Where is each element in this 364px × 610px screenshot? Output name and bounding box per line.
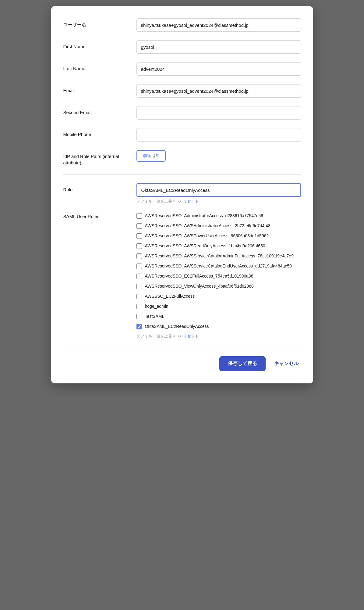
- saml-role-item: AWSReservedSSO_AWSServiceCatalogAdminFul…: [136, 253, 301, 259]
- email-control: [136, 84, 301, 98]
- saml-role-item: AWSReservedSSO_EC2FullAccess_754ea5d1019…: [136, 273, 301, 279]
- cancel-button[interactable]: キャンセル: [272, 356, 301, 371]
- saml-role-checkbox-5[interactable]: [136, 253, 142, 259]
- idp-role-control: 別途追加: [136, 150, 301, 162]
- saml-role-checkbox-4[interactable]: [136, 243, 142, 249]
- saml-roles-label: SAML User Roles: [63, 213, 136, 219]
- saml-role-item: AWSReservedSSO_ViewOnlyAccess_4baaf06f51…: [136, 283, 301, 289]
- saml-role-item: AWSReservedSSO_AWSReadOnlyAccess_1bc4bd9…: [136, 243, 301, 249]
- divider: [63, 174, 301, 175]
- username-label: ユーザー名: [63, 18, 136, 28]
- saml-role-label-6: AWSReservedSSO_AWSServiceCatalogEndUserA…: [145, 263, 292, 269]
- saml-role-label-4: AWSReservedSSO_AWSReadOnlyAccess_1bc4bd9…: [145, 243, 265, 249]
- role-row: Role デフォルト値を上書き ↺ リセット: [63, 183, 301, 204]
- saml-role-label-1: AWSReservedSSO_AdministratorAccess_d2836…: [145, 213, 263, 219]
- second-email-row: Second Email: [63, 106, 301, 120]
- email-row: Email: [63, 84, 301, 98]
- saml-role-label-12: OktaSAML_EC2ReadOnlyAccess: [145, 323, 209, 330]
- saml-roles-row: SAML User Roles AWSReservedSSO_Administr…: [63, 213, 301, 339]
- saml-role-item: TestSAML: [136, 313, 301, 320]
- role-label: Role: [63, 183, 136, 193]
- saml-role-checkbox-6[interactable]: [136, 264, 142, 269]
- saml-role-item: AWSReservedSSO_AWSPowerUserAccess_96506a…: [136, 233, 301, 239]
- saml-default-override: デフォルト値を上書き ↺ リセット: [136, 333, 301, 339]
- last-name-control: [136, 62, 301, 76]
- first-name-label: First Name: [63, 40, 136, 50]
- saml-reset-link[interactable]: リセット: [183, 333, 199, 339]
- saml-role-checkbox-7[interactable]: [136, 274, 142, 279]
- saml-role-label-5: AWSReservedSSO_AWSServiceCatalogAdminFul…: [145, 253, 294, 259]
- email-input[interactable]: [136, 84, 301, 98]
- saml-role-item: AWSReservedSSO_AdministratorAccess_d2836…: [136, 213, 301, 219]
- saml-role-label-11: TestSAML: [145, 313, 164, 320]
- saml-role-checkbox-12[interactable]: [136, 324, 142, 329]
- saml-role-item: AWSReservedSSO_AWSServiceCatalogEndUserA…: [136, 263, 301, 269]
- second-email-label: Second Email: [63, 106, 136, 116]
- saml-role-label-3: AWSReservedSSO_AWSPowerUserAccess_96506a…: [145, 233, 269, 239]
- role-default-text: デフォルト値を上書き: [136, 199, 176, 204]
- idp-role-label: IdP and Role Pairs (internal attribute): [63, 150, 136, 166]
- saml-role-checkbox-9[interactable]: [136, 294, 142, 299]
- role-input[interactable]: [136, 183, 301, 197]
- saml-role-checkbox-8[interactable]: [136, 284, 142, 289]
- username-row: ユーザー名: [63, 18, 301, 32]
- saml-roles-wrap: AWSReservedSSO_AdministratorAccess_d2836…: [136, 213, 301, 339]
- saml-role-item: AWSSSO_EC2FullAccess: [136, 293, 301, 300]
- first-name-control: [136, 40, 301, 54]
- mobile-phone-control: [136, 128, 301, 142]
- username-control: [136, 18, 301, 32]
- saml-default-text: デフォルト値を上書き: [136, 333, 176, 339]
- username-input[interactable]: [136, 18, 301, 32]
- second-email-control: [136, 106, 301, 120]
- role-reset-icon: ↺: [178, 199, 181, 204]
- second-email-input[interactable]: [136, 106, 301, 120]
- last-name-label: Last Name: [63, 62, 136, 72]
- role-default-override: デフォルト値を上書き ↺ リセット: [136, 199, 301, 204]
- saml-role-checkbox-3[interactable]: [136, 233, 142, 239]
- idp-role-row: IdP and Role Pairs (internal attribute) …: [63, 150, 301, 166]
- saml-reset-icon: ↺: [178, 334, 181, 339]
- save-button[interactable]: 保存して戻る: [219, 356, 266, 371]
- saml-role-checkbox-10[interactable]: [136, 304, 142, 309]
- mobile-phone-label: Mobile Phone: [63, 128, 136, 138]
- saml-role-label-9: AWSSSO_EC2FullAccess: [145, 293, 195, 300]
- modal-overlay: ユーザー名 First Name Last Name Email: [0, 0, 364, 610]
- saml-role-label-2: AWSReservedSSO_AWSAdministratorAccess_2b…: [145, 223, 270, 229]
- first-name-input[interactable]: [136, 40, 301, 54]
- last-name-input[interactable]: [136, 62, 301, 76]
- role-control: デフォルト値を上書き ↺ リセット: [136, 183, 301, 204]
- modal-dialog: ユーザー名 First Name Last Name Email: [51, 6, 313, 383]
- saml-role-label-8: AWSReservedSSO_ViewOnlyAccess_4baaf06f51…: [145, 283, 254, 289]
- email-label: Email: [63, 84, 136, 94]
- add-button[interactable]: 別途追加: [136, 150, 166, 162]
- saml-role-label-10: hoge_admin: [145, 303, 168, 310]
- footer-buttons: 保存して戻る キャンセル: [63, 349, 301, 371]
- role-reset-link[interactable]: リセット: [183, 199, 199, 204]
- saml-role-checkbox-2[interactable]: [136, 223, 142, 229]
- first-name-row: First Name: [63, 40, 301, 54]
- mobile-phone-row: Mobile Phone: [63, 128, 301, 142]
- saml-role-item: hoge_admin: [136, 303, 301, 310]
- saml-role-checkbox-1[interactable]: [136, 213, 142, 219]
- saml-role-item: AWSReservedSSO_AWSAdministratorAccess_2b…: [136, 223, 301, 229]
- last-name-row: Last Name: [63, 62, 301, 76]
- saml-role-label-7: AWSReservedSSO_EC2FullAccess_754ea5d1019…: [145, 273, 253, 279]
- mobile-phone-input[interactable]: [136, 128, 301, 142]
- saml-role-checkbox-11[interactable]: [136, 314, 142, 319]
- saml-role-item: OktaSAML_EC2ReadOnlyAccess: [136, 323, 301, 330]
